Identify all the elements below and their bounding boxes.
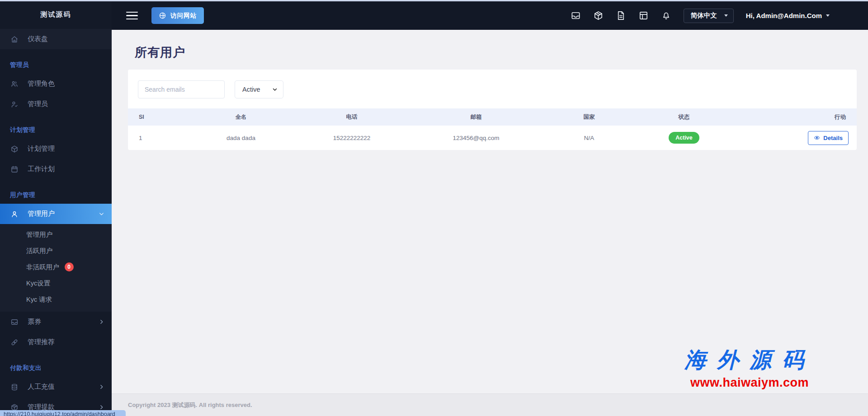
table-row: 1 dada dada 15222222222 123456@qq.com N/… [128,126,857,150]
users-table: SI 全名 电话 邮箱 国家 状态 行动 1 dada dada 1522222… [128,108,857,150]
chevron-down-icon [272,87,278,92]
visit-site-button[interactable]: 访问网站 [151,7,204,24]
sidebar-item-label: 管理员 [28,100,48,108]
sidebar-item-label: 人工充值 [28,383,55,391]
sidebar-item-label: 工作计划 [28,165,55,173]
status-filter-value: Active [242,86,260,93]
status-filter-select[interactable]: Active [235,80,283,98]
column-header-fullname: 全名 [187,108,295,126]
cell-status: Active [634,126,734,150]
details-label: Details [823,135,843,141]
table-layout-icon[interactable] [638,10,649,21]
user-menu[interactable]: Hi, Admin@Admin.Com [746,12,830,19]
filter-row: Active [128,70,857,108]
home-icon [10,35,19,43]
submenu-item-label: 非活跃用户 [26,263,59,271]
footer: Copyright 2023 测试源码. All rights reserved… [112,393,868,416]
column-header-country: 国家 [544,108,634,126]
users-icon [10,80,19,88]
submenu-item-active-users[interactable]: 活跃用户 [0,243,112,259]
link-icon [10,338,19,346]
top-navbar: 访问网站 简体中文 Hi, Admin@Admin.Com [112,1,868,30]
inactive-users-badge: 0 [65,262,74,271]
sidebar-item-label: 管理用户 [28,210,55,218]
sidebar-item-label: 仪表盘 [28,35,48,43]
sidebar-section-admin: 管理员 [0,49,112,74]
details-button[interactable]: Details [808,131,849,145]
status-badge: Active [669,132,699,144]
sidebar-item-work-plan[interactable]: 工作计划 [0,159,112,179]
submenu-item-label: Kyc设置 [26,279,50,288]
chevron-down-icon [99,211,104,217]
sidebar-section-users: 用户管理 [0,179,112,204]
sidebar-item-label: 管理推荐 [28,338,55,346]
visit-site-label: 访问网站 [170,12,197,20]
submenu-item-label: 活跃用户 [26,247,52,255]
cell-phone: 15222222222 [295,126,408,150]
user-label: Hi, Admin@Admin.Com [746,12,822,19]
sidebar-section-payments: 付款和支出 [0,352,112,377]
column-header-si: SI [128,108,187,126]
language-select[interactable]: 简体中文 [684,9,734,23]
user-check-icon [10,100,19,108]
sidebar-item-manual-deposit[interactable]: 人工充值 [0,377,112,397]
manage-users-submenu: 管理用户 活跃用户 非活跃用户0 Kyc设置 Kyc 请求 [0,224,112,312]
submenu-item-label: Kyc 请求 [26,295,52,304]
language-label: 简体中文 [691,11,717,20]
brand-title: 测试源码 [0,0,112,29]
browser-status-bar: https://210.huiqiuqiu12.top/admin/dashbo… [0,410,126,416]
table-header-row: SI 全名 电话 邮箱 国家 状态 行动 [128,108,857,126]
package-icon[interactable] [593,10,604,21]
sidebar-item-manage-roles[interactable]: 管理角色 [0,74,112,94]
chevron-right-icon [99,384,104,390]
submenu-item-kyc-requests[interactable]: Kyc 请求 [0,291,112,308]
inbox-icon [10,318,19,326]
cube-icon [10,145,19,153]
cell-country: N/A [544,126,634,150]
eye-icon [814,135,820,141]
chevron-right-icon [99,404,104,410]
cell-action: Details [734,126,857,150]
user-icon [10,210,19,218]
status-bar-url: https://210.huiqiuqiu12.top/admin/dashbo… [0,410,126,416]
cell-si: 1 [128,126,187,150]
sidebar-item-dashboard[interactable]: 仪表盘 [0,29,112,49]
sidebar-item-manage-users[interactable]: 管理用户 [0,204,112,224]
column-header-status: 状态 [634,108,734,126]
column-header-phone: 电话 [295,108,408,126]
cell-email: 123456@qq.com [408,126,544,150]
chevron-right-icon [99,319,104,325]
main-content: 所有用户 Active SI 全名 电话 邮箱 国家 状态 行动 [112,0,868,416]
calendar-icon [10,165,19,173]
cell-fullname: dada dada [187,126,295,150]
column-header-action: 行动 [734,108,857,126]
database-icon [10,383,19,391]
caret-down-icon [724,14,728,17]
page-title: 所有用户 [135,44,857,61]
column-header-email: 邮箱 [408,108,544,126]
sidebar-item-label: 票券 [28,318,41,326]
top-edge-strip [0,0,868,1]
sidebar-item-tickets[interactable]: 票券 [0,312,112,332]
copyright-text: Copyright 2023 测试源码. All rights reserved… [128,401,252,409]
menu-toggle-icon[interactable] [126,9,138,22]
inbox-icon[interactable] [571,10,581,21]
globe-icon [159,12,166,19]
submenu-item-manage-users[interactable]: 管理用户 [0,226,112,243]
sidebar-section-plan: 计划管理 [0,114,112,139]
bell-icon[interactable] [661,10,671,21]
users-card: Active SI 全名 电话 邮箱 国家 状态 行动 1 [128,70,857,150]
sidebar-item-admins[interactable]: 管理员 [0,94,112,114]
sidebar-item-label: 管理角色 [28,79,55,88]
search-input[interactable] [138,80,225,98]
submenu-item-kyc-settings[interactable]: Kyc设置 [0,275,112,291]
sidebar-item-plan-manage[interactable]: 计划管理 [0,139,112,159]
submenu-item-inactive-users[interactable]: 非活跃用户0 [0,259,112,275]
caret-down-icon [826,14,830,17]
submenu-item-label: 管理用户 [26,230,52,239]
sidebar: 测试源码 仪表盘 管理员 管理角色 管理员 计划管理 计划管理 工作计划 用户管… [0,0,112,416]
file-text-icon[interactable] [616,10,626,21]
sidebar-item-label: 计划管理 [28,145,55,153]
sidebar-item-referrals[interactable]: 管理推荐 [0,332,112,352]
